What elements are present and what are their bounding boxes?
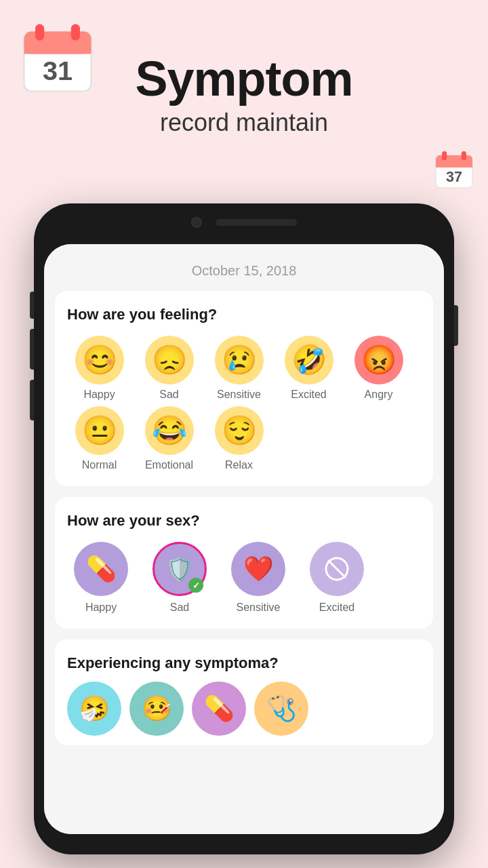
phone-top-bar — [191, 217, 297, 228]
screen-content: October 15, 2018 How are you feeling? 😊 … — [44, 244, 444, 834]
date-header: October 15, 2018 — [44, 244, 444, 291]
sex-section: How are your sex? 💊 Happy 🛡️ ✓ Sad — [55, 497, 433, 629]
front-camera — [191, 217, 202, 228]
sex-happy[interactable]: 💊 Happy — [67, 542, 135, 614]
sex-grid: 💊 Happy 🛡️ ✓ Sad ❤️ — [67, 542, 421, 614]
page-subtitle: record maintain — [0, 108, 488, 137]
sex-sad-icon: 🛡️ ✓ — [152, 542, 207, 596]
emotional-label: Emotional — [145, 459, 193, 471]
relax-emoji: 😌 — [215, 406, 264, 455]
sensitive-emoji: 😢 — [215, 336, 264, 384]
angry-emoji: 😡 — [354, 336, 403, 384]
svg-rect-2 — [24, 47, 92, 54]
emotional-emoji: 😂 — [145, 406, 194, 455]
svg-rect-10 — [462, 151, 466, 160]
feeling-relax[interactable]: 😌 Relax — [207, 406, 271, 471]
feeling-grid: 😊 Happy 😞 Sad 😢 Sensitive 🤣 Excited — [67, 336, 421, 471]
bg-calendar-right: 37 — [434, 149, 474, 190]
feeling-excited[interactable]: 🤣 Excited — [277, 336, 341, 401]
symptom-icons-row: 🤧 🤒 💊 🩺 — [67, 682, 421, 736]
svg-text:37: 37 — [446, 168, 462, 185]
sad-label: Sad — [159, 389, 178, 401]
phone-frame: October 15, 2018 How are you feeling? 😊 … — [34, 203, 454, 854]
happy-label: Happy — [83, 389, 115, 401]
symptom-item-3[interactable]: 💊 — [192, 682, 246, 736]
sex-happy-icon: 💊 — [74, 542, 128, 596]
sensitive-label: Sensitive — [217, 389, 261, 401]
sex-sensitive[interactable]: ❤️ Sensitive — [224, 542, 292, 614]
feeling-angry[interactable]: 😡 Angry — [346, 336, 411, 401]
excited-label: Excited — [291, 389, 326, 401]
sex-sensitive-icon: ❤️ — [231, 542, 285, 596]
symptom-title: Experiencing any symptoma? — [67, 654, 421, 672]
feeling-sensitive[interactable]: 😢 Sensitive — [207, 336, 271, 401]
volume-up-button — [30, 329, 34, 370]
angry-label: Angry — [365, 389, 393, 401]
normal-emoji: 😐 — [75, 406, 124, 455]
svg-rect-4 — [71, 24, 80, 41]
volume-down-button — [30, 380, 34, 420]
sex-sad[interactable]: 🛡️ ✓ Sad — [146, 542, 214, 614]
sex-excited-icon — [310, 542, 364, 596]
relax-label: Relax — [225, 459, 253, 471]
symptom-item-1[interactable]: 🤧 — [67, 682, 121, 736]
power-button — [454, 305, 458, 346]
phone-speaker — [216, 219, 297, 226]
feeling-normal[interactable]: 😐 Normal — [67, 406, 131, 471]
happy-emoji: 😊 — [75, 336, 124, 384]
phone-screen: October 15, 2018 How are you feeling? 😊 … — [44, 244, 444, 834]
normal-label: Normal — [82, 459, 117, 471]
page-title: Symptom — [0, 54, 488, 103]
sex-title: How are your sex? — [67, 512, 421, 530]
sex-sensitive-label: Sensitive — [237, 601, 281, 614]
feeling-section: How are you feeling? 😊 Happy 😞 Sad 😢 Sen… — [55, 291, 433, 486]
feeling-title: How are you feeling? — [67, 306, 421, 323]
svg-rect-3 — [35, 24, 44, 41]
sex-excited-label: Excited — [319, 601, 354, 614]
feeling-emotional[interactable]: 😂 Emotional — [137, 406, 201, 471]
sex-sad-label: Sad — [170, 601, 189, 614]
svg-rect-9 — [442, 151, 447, 160]
svg-rect-8 — [436, 163, 472, 167]
symptom-item-4[interactable]: 🩺 — [254, 682, 308, 736]
title-area: Symptom record maintain — [0, 54, 488, 137]
feeling-sad[interactable]: 😞 Sad — [137, 336, 201, 401]
selected-checkmark: ✓ — [188, 578, 203, 593]
sex-excited[interactable]: Excited — [303, 542, 371, 614]
sad-emoji: 😞 — [145, 336, 194, 384]
excited-emoji: 🤣 — [285, 336, 333, 384]
symptom-section: Experiencing any symptoma? 🤧 🤒 💊 🩺 — [55, 639, 433, 745]
svg-line-13 — [328, 560, 346, 578]
symptom-item-2[interactable]: 🤒 — [129, 682, 184, 736]
mute-button — [30, 292, 34, 319]
feeling-happy[interactable]: 😊 Happy — [67, 336, 131, 401]
sex-happy-label: Happy — [85, 601, 117, 614]
